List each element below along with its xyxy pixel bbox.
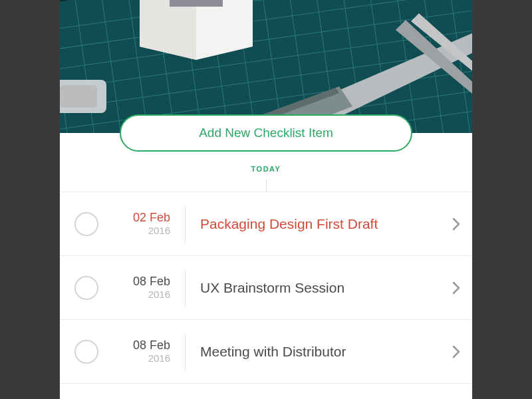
checklist-row[interactable]: 08 Feb2016Meeting with Distributor [60,320,472,384]
chevron-right-icon [452,217,460,231]
date-column: 08 Feb2016 [110,338,170,365]
checklist: 02 Feb2016Packaging Design First Draft08… [60,192,472,384]
date-year: 2016 [110,289,170,301]
checkbox-circle[interactable] [74,276,98,300]
add-checklist-label: Add New Checklist Item [199,126,333,140]
svg-rect-29 [170,0,223,7]
app-screen: Add New Checklist Item TODAY 02 Feb2016P… [60,0,472,399]
chevron-right-icon [452,281,460,295]
today-tick [266,180,267,192]
row-divider [185,333,186,370]
content-area: Add New Checklist Item TODAY 02 Feb2016P… [60,133,472,384]
date-text: 08 Feb [110,338,170,353]
checkbox-circle[interactable] [74,340,98,364]
row-divider [185,269,186,307]
date-text: 08 Feb [110,274,170,289]
checkbox-circle[interactable] [74,212,98,236]
hero-illustration [60,0,472,133]
checklist-row[interactable]: 02 Feb2016Packaging Design First Draft [60,192,472,256]
item-title: Meeting with Distributor [200,344,452,360]
item-title: UX Brainstorm Session [200,280,452,296]
date-text: 02 Feb [110,210,170,225]
svg-rect-36 [60,85,97,108]
date-year: 2016 [110,352,170,365]
date-column: 02 Feb2016 [110,210,170,237]
add-checklist-button[interactable]: Add New Checklist Item [120,114,412,152]
date-column: 08 Feb2016 [110,274,170,301]
checklist-row[interactable]: 08 Feb2016UX Brainstorm Session [60,256,472,320]
hero-image [60,0,472,133]
chevron-right-icon [452,345,460,358]
row-divider [185,205,186,243]
item-title: Packaging Design First Draft [200,216,452,232]
date-year: 2016 [110,225,170,237]
